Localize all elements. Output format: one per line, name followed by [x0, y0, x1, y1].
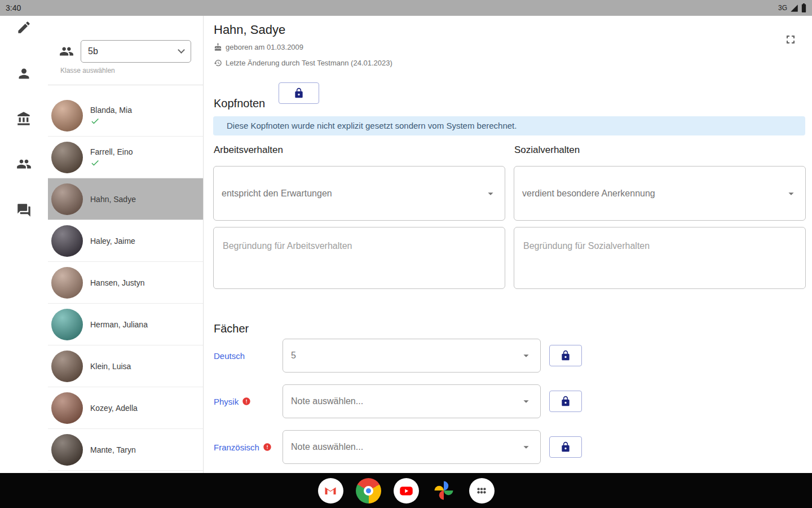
- page-title: Hahn, Sadye: [214, 23, 285, 37]
- subject-row-franzoesisch: Französisch Note auswählen...: [204, 430, 812, 464]
- avatar: [51, 100, 83, 132]
- student-meta: Blanda, Mia: [90, 106, 132, 126]
- students-nav-button[interactable]: [0, 63, 48, 84]
- lock-icon: [293, 87, 304, 99]
- avatar: [51, 309, 83, 340]
- sozialverhalten-label: Sozialverhalten: [514, 144, 580, 156]
- dropdown-arrow-icon: [785, 187, 797, 200]
- subject-label: Deutsch: [214, 339, 245, 373]
- school-nav-button[interactable]: [0, 108, 48, 129]
- subject-name-link[interactable]: Physik: [214, 397, 239, 406]
- error-icon: [263, 443, 272, 452]
- fullscreen-icon: [784, 33, 797, 46]
- student-list-item[interactable]: Klein, Luisa: [48, 345, 203, 387]
- student-list-item[interactable]: Blanda, Mia: [48, 95, 203, 137]
- class-select-helper: Klasse auswählen: [60, 67, 115, 75]
- kopfnoten-lock-button[interactable]: [279, 82, 319, 104]
- student-meta: Herman, Juliana: [90, 320, 148, 329]
- avatar: [51, 434, 83, 466]
- deutsch-lock-button[interactable]: [549, 345, 582, 366]
- signal-icon: [790, 4, 798, 12]
- student-list: Blanda, Mia Farrell, Eino Hahn, Sadye Ha…: [48, 95, 203, 473]
- select-value: Note auswählen...: [291, 442, 363, 452]
- divider: [48, 85, 203, 85]
- battery-icon: [801, 3, 806, 12]
- subject-name-link[interactable]: Französisch: [214, 443, 259, 452]
- student-meta: Farrell, Eino: [90, 147, 133, 168]
- dropdown-arrow-icon: [484, 187, 497, 200]
- avatar: [51, 183, 83, 215]
- sozialverhalten-begruendung-input[interactable]: [514, 227, 806, 289]
- dock: [0, 473, 812, 508]
- student-list-item[interactable]: Hansen, Justyn: [48, 262, 203, 304]
- class-groups-icon: [59, 44, 74, 59]
- select-value: Note auswählen...: [291, 396, 363, 406]
- messages-nav-button[interactable]: [0, 200, 48, 220]
- chevron-down-icon: [178, 46, 185, 54]
- nav-rail: [0, 16, 48, 473]
- birth-line: geboren am 01.03.2009: [214, 43, 303, 51]
- student-name: Klein, Luisa: [90, 362, 131, 371]
- clock: 3:40: [6, 3, 21, 12]
- student-name: Hansen, Justyn: [90, 278, 145, 287]
- grade-select-franzoesisch[interactable]: Note auswählen...: [283, 430, 541, 464]
- subject-row-deutsch: Deutsch 5: [204, 339, 812, 373]
- status-bar: 3:40 3G: [0, 0, 812, 16]
- person-icon: [16, 66, 32, 81]
- chrome-center-dot: [364, 486, 373, 496]
- edit-icon: [16, 20, 32, 35]
- student-meta: Haley, Jaime: [90, 237, 135, 246]
- student-list-item[interactable]: Herman, Juliana: [48, 304, 203, 345]
- dropdown-arrow-icon: [520, 395, 532, 408]
- app-drawer-icon[interactable]: [469, 478, 495, 503]
- student-meta: Hansen, Justyn: [90, 278, 145, 287]
- student-list-item-selected[interactable]: Hahn, Sadye: [48, 178, 203, 220]
- student-name: Farrell, Eino: [90, 147, 133, 156]
- grade-select-physik[interactable]: Note auswählen...: [283, 384, 541, 418]
- student-name: Blanda, Mia: [90, 106, 132, 115]
- youtube-glyph: [399, 483, 414, 498]
- subject-row-physik: Physik Note auswählen...: [204, 384, 812, 418]
- student-meta: Kozey, Adella: [90, 404, 138, 413]
- physik-lock-button[interactable]: [549, 391, 582, 412]
- classes-nav-button[interactable]: [0, 154, 48, 174]
- lock-icon: [560, 396, 571, 407]
- student-list-item[interactable]: Mante, Taryn: [48, 429, 203, 471]
- edit-nav-button[interactable]: [0, 17, 48, 37]
- subject-name-link[interactable]: Deutsch: [214, 351, 245, 361]
- groups-icon: [16, 156, 32, 172]
- school-icon: [16, 111, 32, 126]
- fullscreen-button[interactable]: [784, 33, 797, 48]
- youtube-icon[interactable]: [394, 478, 419, 503]
- gmail-icon[interactable]: [318, 478, 343, 503]
- arbeitsverhalten-select[interactable]: entspricht den Erwartungen: [213, 166, 505, 221]
- app-drawer-glyph: [474, 483, 489, 498]
- birth-text: geboren am 01.03.2009: [226, 43, 303, 51]
- student-list-item[interactable]: Farrell, Eino: [48, 137, 203, 178]
- check-icon: [90, 158, 100, 168]
- arbeitsverhalten-column: Arbeitsverhalten entspricht den Erwartun…: [213, 144, 505, 289]
- sozialverhalten-select[interactable]: verdient besondere Anerkennung: [514, 166, 806, 221]
- grade-select-deutsch[interactable]: 5: [283, 339, 541, 373]
- lock-icon: [560, 441, 571, 453]
- franzoesisch-lock-button[interactable]: [549, 436, 582, 458]
- class-select[interactable]: 5b: [81, 40, 191, 63]
- arbeitsverhalten-label: Arbeitsverhalten: [214, 144, 283, 156]
- history-icon: [214, 59, 222, 67]
- cake-icon: [214, 43, 222, 51]
- avatar: [51, 267, 83, 299]
- student-list-item[interactable]: Haley, Jaime: [48, 220, 203, 262]
- student-list-item[interactable]: Kozey, Adella: [48, 387, 203, 429]
- arbeitsverhalten-begruendung-input[interactable]: [213, 227, 505, 289]
- avatar: [51, 142, 83, 173]
- select-value: verdient besondere Anerkennung: [522, 189, 655, 199]
- check-icon: [90, 116, 100, 126]
- faecher-heading: Fächer: [214, 322, 249, 335]
- photos-icon[interactable]: [431, 478, 457, 503]
- last-change-text: Letzte Änderung durch Test Testmann (24.…: [226, 59, 392, 67]
- student-name: Haley, Jaime: [90, 237, 135, 246]
- chrome-icon[interactable]: [356, 478, 381, 503]
- student-name: Kozey, Adella: [90, 404, 138, 413]
- sozialverhalten-column: Sozialverhalten verdient besondere Anerk…: [514, 144, 806, 289]
- select-value: entspricht den Erwartungen: [222, 189, 332, 199]
